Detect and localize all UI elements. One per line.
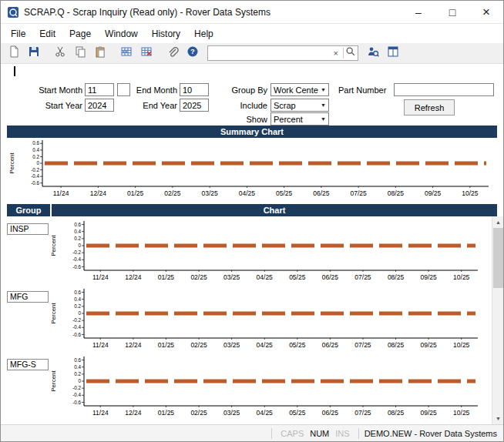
svg-text:09/25: 09/25	[420, 409, 437, 417]
menu-item-file[interactable]: File	[4, 26, 32, 42]
svg-text:07/25: 07/25	[354, 273, 371, 281]
svg-text:12/24: 12/24	[125, 341, 142, 349]
layout-table-button[interactable]	[384, 45, 402, 62]
start-month-input[interactable]	[85, 83, 114, 96]
group-column-header: Group	[7, 204, 50, 216]
svg-text:0.2: 0.2	[32, 154, 39, 159]
svg-text:0: 0	[78, 310, 81, 316]
scrollbar-thumb[interactable]	[493, 228, 503, 288]
svg-text:0: 0	[78, 378, 81, 383]
svg-text:05/25: 05/25	[289, 409, 306, 417]
svg-text:01/25: 01/25	[158, 341, 175, 349]
include-select[interactable]: Scrap ▼	[270, 99, 329, 112]
find-user-icon	[367, 45, 379, 61]
grid-delete-button[interactable]	[137, 45, 156, 62]
menu-item-help[interactable]: Help	[187, 26, 220, 42]
part-number-input[interactable]	[394, 83, 494, 96]
menu-item-window[interactable]: Window	[98, 26, 145, 42]
refresh-button[interactable]: Refresh	[404, 99, 455, 116]
end-year-input[interactable]	[180, 99, 209, 112]
svg-text:11/24: 11/24	[92, 273, 109, 281]
start-month-label: Start Month	[24, 84, 82, 97]
svg-text:11/24: 11/24	[53, 189, 69, 197]
start-year-input[interactable]	[85, 99, 114, 112]
find-user-button[interactable]	[364, 45, 382, 62]
group-chart-list: INSP Percent0.60.40.20-0.2-0.4-0.611/241…	[1, 216, 503, 424]
include-value: Scrap	[274, 101, 318, 110]
scroll-up-icon[interactable]: ▲	[492, 216, 503, 228]
window-controls: – □ ×	[402, 1, 503, 24]
svg-text:10/25: 10/25	[462, 189, 479, 197]
num-indicator: NUM	[310, 429, 329, 438]
svg-text:0.2: 0.2	[74, 236, 81, 241]
toolbar: ? ×	[1, 43, 503, 64]
chart-column-header: Chart	[52, 204, 497, 216]
minimize-button[interactable]: –	[402, 1, 435, 24]
menu-item-edit[interactable]: Edit	[32, 26, 62, 42]
help-button[interactable]: ?	[183, 45, 202, 62]
new-document-button[interactable]	[5, 45, 23, 62]
search-icon[interactable]	[345, 46, 356, 60]
title-bar: SCRAP.Q - Scrap Inquiry (Read only) - Ro…	[1, 1, 503, 24]
svg-text:0.4: 0.4	[74, 364, 81, 370]
group-by-select[interactable]: Work Center ▼	[270, 83, 329, 96]
group-row-insp: INSP Percent0.60.40.20-0.2-0.4-0.611/241…	[1, 219, 503, 284]
end-month-label: End Month	[133, 84, 177, 97]
svg-text:09/25: 09/25	[425, 189, 442, 197]
svg-text:06/25: 06/25	[313, 189, 330, 197]
paperclip-icon	[166, 45, 179, 61]
group-name-box[interactable]: MFG	[7, 291, 49, 303]
svg-text:Percent: Percent	[8, 152, 15, 173]
svg-text:-0.6: -0.6	[31, 180, 39, 186]
group-name-box[interactable]: INSP	[7, 223, 49, 235]
menu-item-page[interactable]: Page	[62, 26, 98, 42]
svg-text:0: 0	[78, 243, 81, 248]
help-icon: ?	[186, 45, 199, 61]
show-value: Percent	[274, 115, 318, 124]
paste-button[interactable]	[91, 45, 109, 62]
part-number-label: Part Number	[338, 84, 392, 97]
chevron-down-icon: ▼	[318, 102, 328, 108]
svg-text:-0.6: -0.6	[72, 264, 81, 270]
svg-text:0.4: 0.4	[74, 229, 81, 234]
grid-insert-icon	[120, 45, 133, 61]
svg-text:08/25: 08/25	[388, 341, 405, 349]
svg-text:0.6: 0.6	[74, 357, 81, 363]
cut-button[interactable]	[51, 45, 69, 62]
svg-text:05/25: 05/25	[289, 273, 306, 281]
search-input[interactable]	[211, 48, 331, 59]
unlabeled-box[interactable]	[117, 83, 130, 96]
close-button[interactable]: ×	[469, 1, 503, 24]
svg-text:12/24: 12/24	[125, 409, 142, 417]
svg-text:10/25: 10/25	[453, 273, 470, 281]
start-year-label: Start Year	[24, 99, 82, 112]
vertical-scrollbar[interactable]: ▲ ▼	[492, 216, 503, 424]
end-month-input[interactable]	[180, 83, 209, 96]
save-button[interactable]	[25, 45, 43, 62]
menu-item-history[interactable]: History	[145, 26, 187, 42]
svg-text:0.4: 0.4	[32, 147, 39, 152]
grid-insert-button[interactable]	[117, 45, 136, 62]
svg-text:06/25: 06/25	[322, 273, 339, 281]
attachment-button[interactable]	[163, 45, 182, 62]
svg-text:08/25: 08/25	[388, 189, 405, 197]
svg-text:08/25: 08/25	[388, 409, 405, 417]
svg-text:-0.6: -0.6	[72, 400, 81, 405]
svg-text:11/24: 11/24	[92, 341, 109, 349]
copy-button[interactable]	[71, 45, 89, 62]
svg-text:0.6: 0.6	[32, 140, 39, 146]
svg-text:-0.2: -0.2	[72, 249, 81, 255]
svg-text:01/25: 01/25	[158, 273, 175, 281]
group-chart-header: Group Chart	[7, 204, 497, 216]
svg-text:05/25: 05/25	[276, 189, 293, 197]
maximize-button[interactable]: □	[435, 1, 469, 24]
svg-text:09/25: 09/25	[420, 341, 437, 349]
svg-text:-0.4: -0.4	[72, 324, 81, 330]
session-context: DEMO.NEW - Rover Data Systems	[365, 429, 497, 438]
svg-text:03/25: 03/25	[223, 273, 240, 281]
show-select[interactable]: Percent ▼	[270, 112, 329, 126]
scroll-down-icon[interactable]: ▼	[492, 413, 503, 424]
group-name-box[interactable]: MFG-S	[7, 359, 49, 370]
chevron-down-icon: ▼	[318, 87, 328, 92]
search-clear-icon[interactable]: ×	[331, 49, 341, 58]
